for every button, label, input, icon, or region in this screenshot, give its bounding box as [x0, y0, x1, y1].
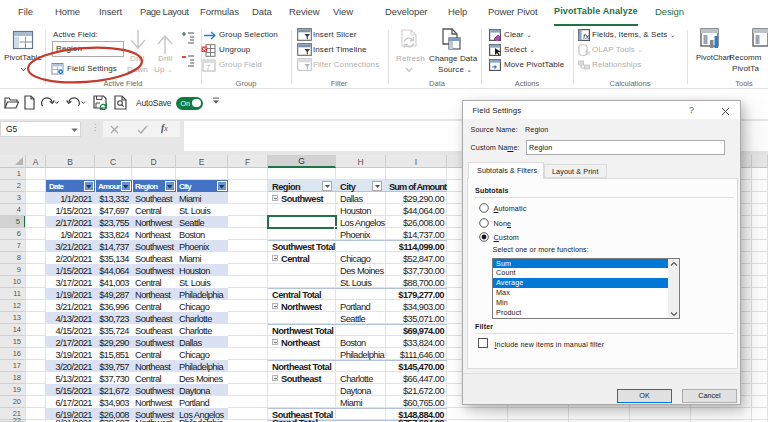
- svg-text:fx: fx: [583, 32, 590, 41]
- svg-text:7: 7: [206, 63, 211, 72]
- svg-text:fx: fx: [585, 49, 591, 56]
